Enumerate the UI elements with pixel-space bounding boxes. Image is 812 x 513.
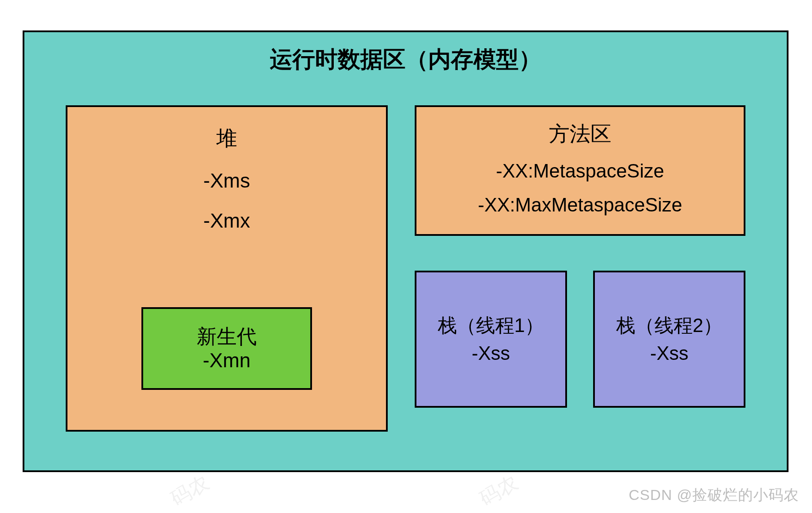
method-area-metaspace: -XX:MetaspaceSize: [416, 160, 744, 182]
diagram-title: 运行时数据区（内存模型）: [24, 32, 787, 75]
watermark-main: CSDN @捡破烂的小码农: [629, 485, 799, 505]
young-gen-box: 新生代 -Xmn: [141, 307, 312, 390]
stack-thread-2-box: 栈（线程2） -Xss: [593, 271, 745, 408]
stack-thread-2-label: 栈（线程2）: [595, 313, 744, 338]
method-area-label: 方法区: [416, 120, 744, 148]
watermark-bg-1: 码农: [166, 469, 214, 513]
stacks-row: 栈（线程1） -Xss 栈（线程2） -Xss: [415, 271, 745, 408]
watermark-bg-2: 码农: [475, 469, 523, 513]
stack-thread-1-label: 栈（线程1）: [416, 313, 565, 338]
stack-thread-1-xss: -Xss: [416, 341, 565, 365]
stack-thread-1-box: 栈（线程1） -Xss: [415, 271, 567, 408]
heap-box: 堆 -Xms -Xmx 新生代 -Xmn: [66, 105, 388, 432]
method-area-max-metaspace: -XX:MaxMetaspaceSize: [416, 194, 744, 216]
stack-thread-2-xss: -Xss: [595, 341, 744, 365]
heap-label: 堆: [67, 124, 386, 152]
heap-xmx: -Xmx: [67, 209, 386, 232]
content-row: 堆 -Xms -Xmx 新生代 -Xmn 方法区 -XX:MetaspaceSi…: [24, 75, 787, 458]
right-column: 方法区 -XX:MetaspaceSize -XX:MaxMetaspaceSi…: [415, 105, 745, 458]
young-gen-label: 新生代: [143, 325, 310, 349]
young-gen-xmn: -Xmn: [143, 349, 310, 372]
method-area-box: 方法区 -XX:MetaspaceSize -XX:MaxMetaspaceSi…: [415, 105, 745, 236]
runtime-data-area-container: 运行时数据区（内存模型） 堆 -Xms -Xmx 新生代 -Xmn 方法区 -X…: [23, 30, 789, 472]
heap-xms: -Xms: [67, 169, 386, 192]
